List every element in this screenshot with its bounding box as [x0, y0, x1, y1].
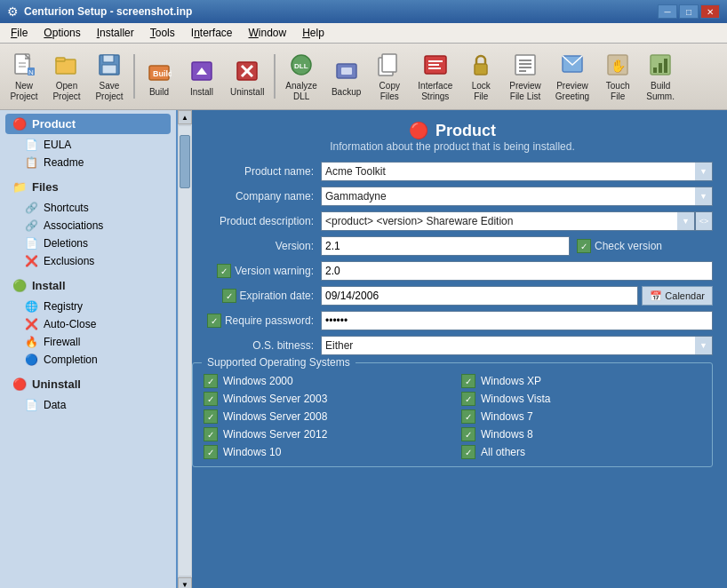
uninstall-button[interactable]: Uninstall: [224, 51, 270, 102]
windows10-checkbox[interactable]: ✓: [204, 445, 218, 459]
company-name-input[interactable]: [321, 187, 695, 206]
product-description-dropdown-arrow[interactable]: ▼: [677, 211, 695, 231]
completion-label: Completion: [44, 354, 98, 366]
uninstall-section-label: Uninstall: [32, 377, 81, 391]
scroll-thumb[interactable]: [180, 135, 190, 188]
os-item-windows8: ✓ Windows 8: [461, 427, 701, 441]
sidebar-section-files[interactable]: 📁 Files: [5, 177, 171, 197]
scroll-down-button[interactable]: ▼: [178, 577, 192, 588]
version-label: Version:: [192, 240, 321, 252]
os-group: Supported Operating Systems ✓ Windows 20…: [192, 362, 713, 467]
sidebar-item-associations[interactable]: 🔗 Associations: [0, 217, 176, 234]
require-password-label: ✓ Require password:: [192, 314, 321, 328]
check-version-checkbox[interactable]: ✓: [577, 239, 591, 253]
maximize-button[interactable]: □: [679, 4, 699, 19]
windows7-checkbox[interactable]: ✓: [461, 409, 475, 424]
os-bitness-dropdown-arrow[interactable]: ▼: [695, 336, 713, 355]
content-subtitle: Information about the product that is be…: [192, 140, 713, 153]
sidebar-section-install[interactable]: 🟢 Install: [5, 275, 171, 296]
save-project-button[interactable]: SaveProject: [89, 46, 130, 107]
analyze-dll-button[interactable]: DLL AnalyzeDLL: [279, 46, 324, 107]
preview-file-list-button[interactable]: PreviewFile List: [503, 46, 547, 107]
sidebar-section-uninstall[interactable]: 🔴 Uninstall: [5, 374, 171, 394]
menu-file[interactable]: File: [4, 25, 35, 41]
vista-checkbox[interactable]: ✓: [461, 392, 475, 406]
version-warning-checkbox[interactable]: ✓: [217, 264, 231, 278]
lock-file-button[interactable]: LockFile: [460, 46, 501, 107]
build-button[interactable]: Build Build: [139, 51, 180, 102]
firewall-icon: 🔥: [25, 336, 38, 348]
lock-file-icon: [467, 51, 495, 79]
sidebar-item-shortcuts[interactable]: 🔗 Shortcuts: [0, 199, 176, 217]
sidebar-item-completion[interactable]: 🔵 Completion: [0, 351, 176, 369]
scroll-up-button[interactable]: ▲: [178, 110, 192, 124]
close-button[interactable]: ✕: [700, 4, 720, 19]
save-project-icon: [95, 51, 124, 79]
company-name-label: Company name:: [192, 190, 321, 203]
menu-window[interactable]: Window: [242, 25, 294, 41]
os-bitness-row: O.S. bitness: Either ▼: [192, 336, 713, 355]
preview-greeting-label: PreviewGreeting: [555, 81, 589, 102]
os-item-server2008: ✓ Windows Server 2008: [204, 409, 443, 424]
sidebar-item-exclusions[interactable]: ❌ Exclusions: [0, 252, 176, 270]
svg-text:N: N: [28, 68, 34, 76]
product-description-input[interactable]: [321, 211, 677, 231]
sidebar-item-auto-close[interactable]: ❌ Auto-Close: [0, 315, 176, 333]
content-title-icon: 🔴: [409, 121, 428, 140]
menu-options[interactable]: Options: [36, 25, 87, 41]
allothers-checkbox[interactable]: ✓: [461, 445, 475, 459]
require-password-input[interactable]: [321, 311, 713, 330]
windowsxp-checkbox[interactable]: ✓: [461, 374, 475, 388]
preview-greeting-button[interactable]: PreviewGreeting: [549, 46, 595, 107]
build-label: Build: [149, 87, 169, 97]
version-warning-input[interactable]: [321, 261, 713, 281]
windows2000-checkbox[interactable]: ✓: [204, 374, 218, 388]
menu-bar: File Options Installer Tools Interface W…: [0, 23, 727, 44]
server2003-checkbox[interactable]: ✓: [204, 392, 218, 406]
server2008-checkbox[interactable]: ✓: [204, 409, 218, 424]
vista-label: Windows Vista: [481, 393, 550, 405]
menu-tools[interactable]: Tools: [143, 25, 182, 41]
company-name-control: ▼: [321, 187, 713, 206]
completion-icon: 🔵: [25, 354, 38, 366]
new-project-button[interactable]: N NewProject: [4, 46, 44, 107]
expiration-date-checkbox[interactable]: ✓: [222, 289, 236, 303]
menu-help[interactable]: Help: [295, 25, 332, 41]
sidebar-item-firewall[interactable]: 🔥 Firewall: [0, 333, 176, 351]
main-container: 🔴 Product 📄 EULA 📋 Readme 📁 Files 🔗 Shor…: [0, 110, 727, 588]
version-input[interactable]: [321, 236, 570, 256]
require-password-checkbox[interactable]: ✓: [207, 314, 221, 328]
product-name-input[interactable]: [321, 162, 695, 181]
sidebar: 🔴 Product 📄 EULA 📋 Readme 📁 Files 🔗 Shor…: [0, 110, 178, 588]
sidebar-item-registry[interactable]: 🌐 Registry: [0, 298, 176, 315]
windows8-checkbox[interactable]: ✓: [461, 427, 475, 441]
sidebar-item-readme[interactable]: 📋 Readme: [0, 154, 176, 171]
check-version-row: ✓ Check version: [577, 239, 662, 253]
expiration-date-control: 📅 Calendar: [321, 286, 713, 306]
allothers-label: All others: [481, 446, 525, 458]
svg-rect-38: [659, 63, 662, 73]
sidebar-item-eula[interactable]: 📄 EULA: [0, 136, 176, 154]
server2012-checkbox[interactable]: ✓: [204, 427, 218, 441]
menu-installer[interactable]: Installer: [90, 25, 141, 41]
sidebar-section-product[interactable]: 🔴 Product: [5, 114, 171, 134]
sidebar-item-data[interactable]: 📄 Data: [0, 396, 176, 414]
company-name-dropdown-arrow[interactable]: ▼: [695, 187, 713, 206]
menu-interface[interactable]: Interface: [184, 25, 240, 41]
sidebar-item-deletions[interactable]: 📄 Deletions: [0, 234, 176, 252]
product-name-dropdown-arrow[interactable]: ▼: [695, 162, 713, 181]
expiration-date-input[interactable]: [321, 286, 638, 306]
build-summary-button[interactable]: BuildSumm.: [640, 46, 681, 107]
product-description-code-arrow[interactable]: <>: [695, 211, 713, 231]
install-section-label: Install: [32, 279, 66, 292]
touch-file-button[interactable]: ✋ TouchFile: [597, 46, 638, 107]
touch-file-label: TouchFile: [606, 81, 630, 102]
interface-strings-button[interactable]: InterfaceStrings: [411, 46, 459, 107]
minimize-button[interactable]: ─: [658, 4, 677, 19]
copy-files-button[interactable]: CopyFiles: [369, 46, 410, 107]
calendar-button[interactable]: 📅 Calendar: [642, 286, 713, 306]
install-button[interactable]: Install: [181, 51, 222, 102]
deletions-icon: 📄: [25, 237, 38, 250]
backup-button[interactable]: Backup: [325, 51, 367, 102]
open-project-button[interactable]: OpenProject: [46, 46, 87, 107]
